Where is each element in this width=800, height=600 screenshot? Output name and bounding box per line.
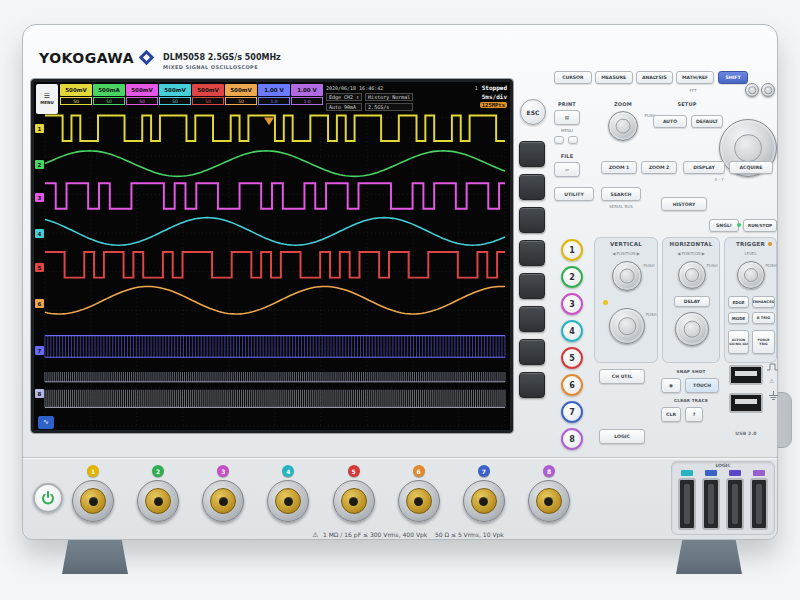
trace-marker-5: 5 [35,263,44,272]
clr-button[interactable]: CLR [661,407,681,422]
model-specs: 2.5GS/s 500MHz [208,53,281,62]
bnc-inner-ring [80,488,106,514]
bnc-center-hole [479,497,488,506]
panel-button-analysis[interactable]: ANALYSIS [636,71,674,84]
channel-button-4[interactable]: 4 [561,320,583,342]
run-stop-button[interactable]: RUN/STOP [743,219,777,232]
usb-label: USB 2.0 [723,431,769,436]
serial-bus-label: SERIAL BUS [593,204,649,209]
panel-button-measure[interactable]: MEASURE [595,71,633,84]
softkey-button[interactable] [519,240,545,266]
vertical-scale-push-hint: PUSH [642,312,660,317]
brand-area: YOKOGAWA DLM5058 2.5GS/s 500MHz MIXED SI… [39,45,281,70]
history-mode: Normal [392,94,410,100]
shift-button[interactable]: SHIFT [718,71,748,84]
auto-button[interactable]: AUTO [653,115,687,128]
softkey-button[interactable] [519,339,545,365]
warning-icon-small: ⚠ [769,377,774,384]
channel-scale-value: 500mV [192,84,224,96]
softkey-button[interactable] [519,174,545,200]
softkey-button[interactable] [519,207,545,233]
softkey-button[interactable] [519,273,545,299]
file-button[interactable]: ▱ [554,162,580,177]
panel-menu-row: CURSORMEASUREANALYSISMATH/REF [554,71,714,84]
channel-info[interactable]: 500mV50 [60,84,92,105]
ground-icon [768,391,779,400]
channel-info[interactable]: 500mV50 [126,84,158,105]
channel-info[interactable]: 500mV50 [159,84,191,105]
time-div-knob[interactable] [675,312,709,346]
channel-button-column: 12345678 [561,239,583,450]
edge-button[interactable]: EDGE [728,296,749,308]
touch-button[interactable]: TOUCH [685,378,719,393]
channel-button-7[interactable]: 7 [561,401,583,423]
trace-marker-7: 7 [35,346,44,355]
delay-button[interactable]: DELAY [674,296,710,307]
model-subtitle: MIXED SIGNAL OSCILLOSCOPE [163,64,281,70]
single-button[interactable]: SNGL! [709,219,739,232]
rating-50ohm: 50 Ω ≤ 5 Vrms, 10 Vpk [435,531,504,538]
channel-tag: 7 [478,465,490,477]
panel-button-cursor[interactable]: CURSOR [554,71,592,84]
utility-button[interactable]: UTILITY [554,187,594,201]
channel-info[interactable]: 1.00 V1.0 [291,84,323,105]
search-button[interactable]: SEARCH [601,187,641,201]
channel-tag: 3 [217,465,229,477]
channel-button-5[interactable]: 5 [561,347,583,369]
channel-button-6[interactable]: 6 [561,374,583,396]
channel-info[interactable]: 500mV50 [225,84,257,105]
logic-port-pins [708,484,714,524]
action-gonogo-button[interactable]: ACTION GO/NO-GO [728,330,749,354]
horizontal-position-knob[interactable] [678,261,706,289]
model-number: DLM5058 [163,53,205,62]
logic-button[interactable]: LOGIC [599,429,645,444]
zoom2-button[interactable]: ZOOM 2 [641,161,677,174]
file-label: FILE [554,153,580,159]
rating-1mohm: 1 MΩ / 16 pF ≤ 300 Vrms, 400 Vpk [323,531,427,538]
channel-button-3[interactable]: 3 [561,293,583,315]
channel-info[interactable]: 1.00 V1.0 [258,84,290,105]
channel-info[interactable]: 500mA50 [93,84,125,105]
bnc-outer-ring [463,480,505,522]
channel-sub-value: 50 [93,97,125,105]
trigger-level-knob[interactable] [737,261,765,289]
zoom-knob[interactable] [608,111,638,141]
zoom1-button[interactable]: ZOOM 1 [601,161,637,174]
bnc-center-hole [284,497,293,506]
channel-button-8[interactable]: 8 [561,428,583,450]
panel-button-math-ref[interactable]: MATH/REF [676,71,714,84]
default-button[interactable]: DEFAULT [691,115,723,128]
softkey-button[interactable] [519,306,545,332]
channel-sub-value: 50 [60,97,92,105]
intensity-knob-1[interactable] [745,83,759,97]
channel-tag: 1 [87,465,99,477]
vertical-scale-knob[interactable] [609,308,645,344]
display-button[interactable]: DISPLAY [683,161,725,174]
trig-label: TRIG [759,342,767,346]
b-trig-button[interactable]: B TRIG [752,312,775,324]
intensity-knob-2[interactable] [761,83,775,97]
force-trig-button[interactable]: FORCE TRIG [752,330,775,354]
help-button[interactable]: ? [685,407,703,422]
screen-menu-button[interactable]: ☰ MENU [36,84,58,114]
mode-button[interactable]: MODE [728,312,749,324]
softkey-button[interactable] [519,372,545,398]
channel-button-2[interactable]: 2 [561,266,583,288]
bnc-row: 12345678 [71,465,571,522]
esc-button[interactable]: ESC [520,99,546,125]
channel-sub-value: 50 [192,97,224,105]
acquire-button[interactable]: ACQUIRE [729,161,773,174]
power-button[interactable] [33,483,63,513]
ch-util-button[interactable]: CH UTIL [599,369,645,384]
channel-info[interactable]: 500mV50 [192,84,224,105]
softkey-button[interactable] [519,141,545,167]
channel-button-1[interactable]: 1 [561,239,583,261]
history-button[interactable]: HISTORY [661,197,707,211]
logic-port-3 [726,470,744,530]
print-button[interactable]: ▤ [554,110,580,125]
screen-corner-icon[interactable]: ∿ [38,416,54,429]
snap-shot-button[interactable]: ◉ [661,378,681,393]
enhanced-button[interactable]: ENHANCED [752,296,775,308]
vertical-position-knob[interactable] [612,261,642,291]
screen[interactable]: ☰ MENU 500mV50500mA50500mV50500mV50500mV… [31,79,513,433]
